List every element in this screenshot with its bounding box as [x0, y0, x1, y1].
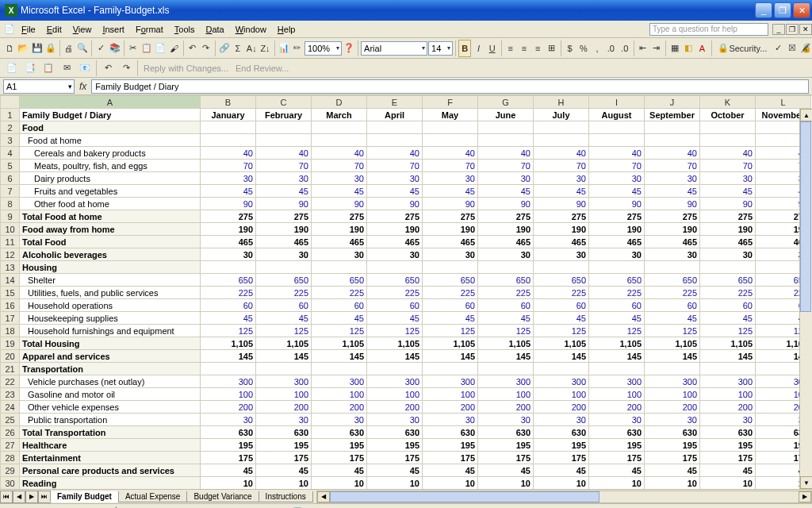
cell-value[interactable]: 45: [423, 464, 478, 477]
cell-value[interactable]: 465: [645, 236, 700, 248]
cell-value[interactable]: 190: [201, 223, 256, 236]
minimize-button[interactable]: _: [755, 2, 772, 18]
month-header[interactable]: August: [589, 109, 645, 121]
cell-value[interactable]: 275: [423, 210, 478, 223]
cell-value[interactable]: 145: [423, 350, 478, 363]
cell-value[interactable]: 650: [201, 274, 256, 287]
vertical-scrollbar[interactable]: ▲ ▼: [799, 109, 812, 489]
cell-value[interactable]: 30: [478, 248, 534, 261]
cell-value[interactable]: 125: [423, 325, 478, 337]
row-label[interactable]: Apparel and services: [20, 350, 201, 363]
cell-value[interactable]: 175: [256, 452, 312, 464]
cell[interactable]: [312, 261, 367, 274]
shadow-icon[interactable]: ◼: [408, 504, 425, 509]
row-header-2[interactable]: 2: [1, 121, 20, 134]
row-label[interactable]: Transportation: [20, 363, 201, 375]
cell-value[interactable]: 30: [201, 414, 256, 426]
cell-value[interactable]: 30: [312, 248, 367, 261]
cell-value[interactable]: 30: [312, 414, 367, 426]
row-header-1[interactable]: 1: [1, 109, 20, 121]
cell-value[interactable]: 70: [201, 160, 256, 172]
col-header-E[interactable]: E: [367, 96, 423, 109]
sheet-tab-budget-variance[interactable]: Budget Variance: [186, 491, 259, 502]
month-header[interactable]: January: [201, 109, 256, 121]
tab-nav-prev[interactable]: ◀: [13, 491, 25, 503]
underline-button[interactable]: U: [486, 40, 499, 57]
cell-value[interactable]: 45: [423, 185, 478, 198]
cell-value[interactable]: 630: [478, 426, 534, 439]
menu-tools[interactable]: Tools: [169, 23, 201, 36]
spreadsheet-grid[interactable]: ABCDEFGHIJKL1Family Budget / DiaryJanuar…: [0, 95, 812, 489]
cell-value[interactable]: 1,105: [201, 337, 256, 350]
cell-value[interactable]: 275: [478, 210, 534, 223]
row-header-21[interactable]: 21: [1, 363, 20, 375]
cell-value[interactable]: 175: [534, 452, 589, 464]
row-header-29[interactable]: 29: [1, 464, 20, 477]
tb2-icon3[interactable]: 📋: [40, 60, 57, 77]
cell-value[interactable]: 300: [423, 375, 478, 388]
month-header[interactable]: February: [256, 109, 312, 121]
cell[interactable]: [423, 134, 478, 147]
cell-value[interactable]: 45: [589, 185, 645, 198]
cell-value[interactable]: 190: [700, 223, 756, 236]
cell-value[interactable]: 225: [201, 287, 256, 299]
cell-value[interactable]: 275: [589, 210, 645, 223]
cell-value[interactable]: 100: [423, 388, 478, 401]
cell[interactable]: [367, 134, 423, 147]
tab-nav-next[interactable]: ▶: [25, 491, 38, 503]
cell-value[interactable]: 300: [589, 375, 645, 388]
row-label[interactable]: Vehicle purchases (net outlay): [20, 375, 201, 388]
row-header-20[interactable]: 20: [1, 350, 20, 363]
scroll-down-arrow[interactable]: ▼: [800, 476, 812, 489]
cell-value[interactable]: 200: [367, 401, 423, 414]
doc-restore-button[interactable]: ❐: [786, 24, 799, 35]
cell-value[interactable]: 40: [256, 147, 312, 160]
cell-value[interactable]: 190: [256, 223, 312, 236]
increase-indent-icon[interactable]: ⇥: [650, 40, 663, 57]
select-all-corner[interactable]: [1, 96, 20, 109]
cell-value[interactable]: 30: [423, 414, 478, 426]
row-header-9[interactable]: 9: [1, 210, 20, 223]
cell[interactable]: [478, 261, 534, 274]
tb2-icon6[interactable]: ↶: [99, 60, 117, 77]
cell-value[interactable]: 40: [589, 147, 645, 160]
permission-icon[interactable]: 🔒: [44, 40, 57, 57]
cell-value[interactable]: 190: [312, 223, 367, 236]
row-header-27[interactable]: 27: [1, 439, 20, 452]
row-label[interactable]: Cereals and bakery products: [20, 147, 201, 160]
cell-value[interactable]: 45: [367, 185, 423, 198]
cell-value[interactable]: 60: [700, 299, 756, 312]
cell-value[interactable]: 650: [700, 274, 756, 287]
row-header-14[interactable]: 14: [1, 274, 20, 287]
row-header-3[interactable]: 3: [1, 134, 20, 147]
percent-icon[interactable]: %: [577, 40, 590, 57]
cell-value[interactable]: 45: [367, 464, 423, 477]
cell-value[interactable]: 650: [367, 274, 423, 287]
cell-value[interactable]: 60: [256, 299, 312, 312]
fill-color-icon[interactable]: ◧: [682, 40, 695, 57]
cell-value[interactable]: 10: [367, 477, 423, 490]
cell-value[interactable]: 125: [367, 325, 423, 337]
cell-value[interactable]: 30: [589, 414, 645, 426]
cell-value[interactable]: 30: [534, 414, 589, 426]
row-header-28[interactable]: 28: [1, 452, 20, 464]
month-header[interactable]: April: [367, 109, 423, 121]
paste-icon[interactable]: 📄: [154, 40, 167, 57]
sheet-tab-family-budget[interactable]: Family Budget: [50, 491, 119, 502]
cell-value[interactable]: 225: [312, 287, 367, 299]
fill-color-draw-icon[interactable]: 🪣: [289, 504, 306, 509]
comma-icon[interactable]: ,: [591, 40, 603, 57]
cell-value[interactable]: 190: [589, 223, 645, 236]
italic-button[interactable]: I: [472, 40, 485, 57]
cell-value[interactable]: 125: [700, 325, 756, 337]
cell-value[interactable]: 650: [589, 274, 645, 287]
cell-title[interactable]: Family Budget / Diary: [20, 109, 201, 121]
cell-value[interactable]: 90: [423, 198, 478, 210]
spellcheck-icon[interactable]: ✓: [94, 40, 107, 57]
cell-value[interactable]: 70: [312, 160, 367, 172]
row-header-22[interactable]: 22: [1, 375, 20, 388]
cell-value[interactable]: 45: [256, 464, 312, 477]
cell-value[interactable]: 100: [478, 388, 534, 401]
cell-value[interactable]: 100: [256, 388, 312, 401]
row-label[interactable]: Gasoline and motor oil: [20, 388, 201, 401]
